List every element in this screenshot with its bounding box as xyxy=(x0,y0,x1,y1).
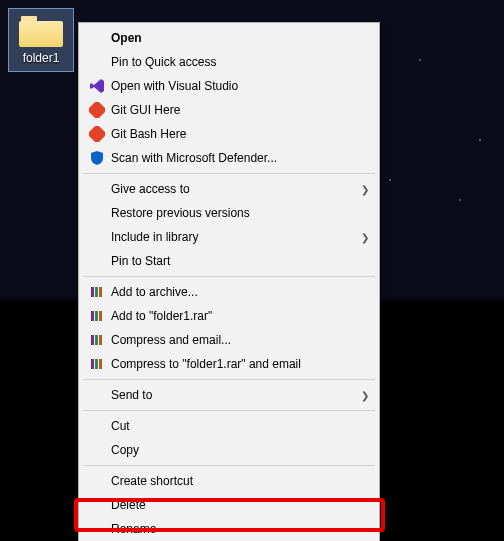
menu-cut[interactable]: Cut xyxy=(81,414,377,438)
menu-rename[interactable]: Rename xyxy=(81,517,377,541)
defender-shield-icon xyxy=(87,149,107,167)
blank-icon xyxy=(87,252,107,270)
svg-rect-1 xyxy=(89,126,105,142)
menu-label: Give access to xyxy=(111,182,355,196)
menu-label: Compress to "folder1.rar" and email xyxy=(111,357,369,371)
git-icon xyxy=(87,125,107,143)
menu-add-rar[interactable]: Add to "folder1.rar" xyxy=(81,304,377,328)
blank-icon xyxy=(87,520,107,538)
menu-label: Copy xyxy=(111,443,369,457)
blank-icon xyxy=(87,204,107,222)
menu-git-bash[interactable]: Git Bash Here xyxy=(81,122,377,146)
svg-rect-5 xyxy=(91,311,94,321)
menu-label: Git Bash Here xyxy=(111,127,369,141)
menu-label: Open xyxy=(111,31,369,45)
menu-separator xyxy=(83,465,375,466)
desktop-folder-icon[interactable]: folder1 xyxy=(8,8,74,72)
menu-add-archive[interactable]: Add to archive... xyxy=(81,280,377,304)
menu-create-shortcut[interactable]: Create shortcut xyxy=(81,469,377,493)
folder-icon xyxy=(19,13,63,47)
visual-studio-icon xyxy=(87,77,107,95)
blank-icon xyxy=(87,472,107,490)
blank-icon xyxy=(87,417,107,435)
menu-separator xyxy=(83,410,375,411)
menu-label: Add to "folder1.rar" xyxy=(111,309,369,323)
blank-icon xyxy=(87,53,107,71)
chevron-right-icon: ❯ xyxy=(361,390,369,401)
git-icon xyxy=(87,101,107,119)
menu-label: Git GUI Here xyxy=(111,103,369,117)
menu-compress-rar-email[interactable]: Compress to "folder1.rar" and email xyxy=(81,352,377,376)
desktop-icon-label: folder1 xyxy=(11,51,71,65)
svg-rect-12 xyxy=(95,359,98,369)
menu-send-to[interactable]: Send to ❯ xyxy=(81,383,377,407)
context-menu: Open Pin to Quick access Open with Visua… xyxy=(78,22,380,541)
menu-copy[interactable]: Copy xyxy=(81,438,377,462)
svg-rect-8 xyxy=(91,335,94,345)
menu-label: Rename xyxy=(111,522,369,536)
winrar-books-icon xyxy=(87,355,107,373)
svg-rect-2 xyxy=(91,287,94,297)
menu-label: Delete xyxy=(111,498,369,512)
menu-compress-email[interactable]: Compress and email... xyxy=(81,328,377,352)
menu-label: Pin to Start xyxy=(111,254,369,268)
svg-rect-3 xyxy=(95,287,98,297)
menu-label: Scan with Microsoft Defender... xyxy=(111,151,369,165)
menu-separator xyxy=(83,379,375,380)
menu-include-library[interactable]: Include in library ❯ xyxy=(81,225,377,249)
blank-icon xyxy=(87,386,107,404)
svg-rect-6 xyxy=(95,311,98,321)
chevron-right-icon: ❯ xyxy=(361,232,369,243)
menu-label: Pin to Quick access xyxy=(111,55,369,69)
blank-icon xyxy=(87,496,107,514)
blank-icon xyxy=(87,29,107,47)
svg-rect-9 xyxy=(95,335,98,345)
svg-rect-7 xyxy=(99,311,102,321)
svg-rect-11 xyxy=(91,359,94,369)
svg-rect-10 xyxy=(99,335,102,345)
menu-git-gui[interactable]: Git GUI Here xyxy=(81,98,377,122)
blank-icon xyxy=(87,180,107,198)
svg-rect-4 xyxy=(99,287,102,297)
winrar-books-icon xyxy=(87,307,107,325)
menu-label: Restore previous versions xyxy=(111,206,369,220)
menu-restore-previous[interactable]: Restore previous versions xyxy=(81,201,377,225)
winrar-books-icon xyxy=(87,283,107,301)
menu-delete[interactable]: Delete xyxy=(81,493,377,517)
menu-scan-defender[interactable]: Scan with Microsoft Defender... xyxy=(81,146,377,170)
blank-icon xyxy=(87,441,107,459)
svg-rect-13 xyxy=(99,359,102,369)
menu-label: Add to archive... xyxy=(111,285,369,299)
chevron-right-icon: ❯ xyxy=(361,184,369,195)
menu-open[interactable]: Open xyxy=(81,26,377,50)
winrar-books-icon xyxy=(87,331,107,349)
menu-label: Send to xyxy=(111,388,355,402)
svg-rect-0 xyxy=(89,102,105,118)
menu-separator xyxy=(83,173,375,174)
menu-label: Include in library xyxy=(111,230,355,244)
menu-label: Cut xyxy=(111,419,369,433)
menu-pin-start[interactable]: Pin to Start xyxy=(81,249,377,273)
menu-open-visual-studio[interactable]: Open with Visual Studio xyxy=(81,74,377,98)
menu-label: Open with Visual Studio xyxy=(111,79,369,93)
menu-pin-quick-access[interactable]: Pin to Quick access xyxy=(81,50,377,74)
menu-give-access[interactable]: Give access to ❯ xyxy=(81,177,377,201)
menu-label: Compress and email... xyxy=(111,333,369,347)
menu-separator xyxy=(83,276,375,277)
menu-label: Create shortcut xyxy=(111,474,369,488)
blank-icon xyxy=(87,228,107,246)
